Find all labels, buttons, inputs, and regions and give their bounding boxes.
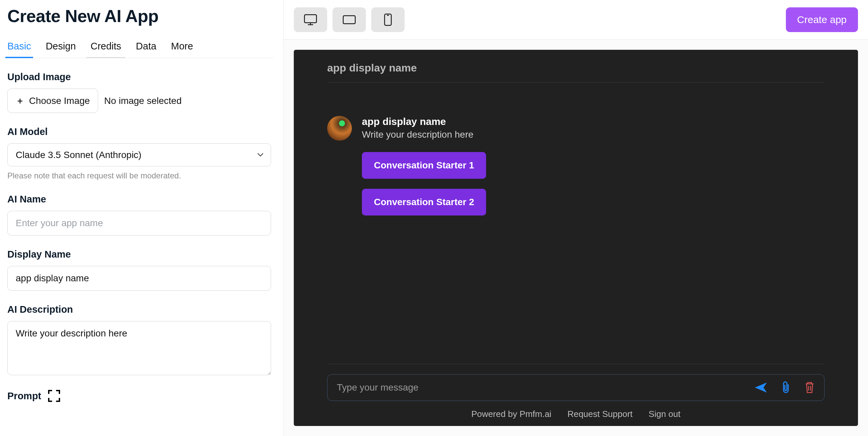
- display-name-section: Display Name: [7, 249, 273, 291]
- description-label: AI Description: [7, 304, 273, 315]
- mobile-icon: [383, 13, 392, 26]
- create-app-button[interactable]: Create app: [786, 7, 858, 32]
- preview-toolbar: Create app: [284, 0, 868, 40]
- trash-icon[interactable]: [804, 381, 815, 394]
- model-label: AI Model: [7, 126, 273, 137]
- display-name-label: Display Name: [7, 249, 273, 260]
- request-support-link[interactable]: Request Support: [567, 409, 633, 419]
- svg-rect-3: [343, 16, 355, 24]
- chat-input[interactable]: [337, 382, 754, 393]
- upload-label: Upload Image: [7, 71, 273, 83]
- model-section: AI Model Claude 3.5 Sonnet (Anthropic) P…: [7, 126, 273, 180]
- mobile-device-button[interactable]: [371, 7, 405, 32]
- model-select[interactable]: Claude 3.5 Sonnet (Anthropic): [7, 143, 271, 166]
- attachment-icon[interactable]: [781, 381, 791, 394]
- upload-section: Upload Image ＋ Choose Image No image sel…: [7, 71, 273, 113]
- ai-name-input[interactable]: [7, 211, 271, 236]
- app-preview: app display name app display name Write …: [294, 50, 858, 426]
- plus-icon: ＋: [16, 95, 24, 107]
- tab-more[interactable]: More: [171, 41, 193, 58]
- ai-name-label: AI Name: [7, 194, 273, 205]
- desktop-icon: [303, 13, 318, 26]
- expand-icon[interactable]: [48, 390, 60, 402]
- preview-panel: Create app app display name app display …: [284, 0, 868, 436]
- avatar: [327, 116, 352, 141]
- tablet-device-button[interactable]: [333, 7, 366, 32]
- preview-header-title: app display name: [327, 62, 825, 83]
- choose-image-button[interactable]: ＋ Choose Image: [7, 89, 98, 113]
- desktop-device-button[interactable]: [294, 7, 327, 32]
- powered-by-link[interactable]: Powered by Pmfm.ai: [471, 409, 552, 419]
- tablet-icon: [342, 14, 356, 25]
- tab-basic[interactable]: Basic: [7, 41, 31, 58]
- sign-out-link[interactable]: Sign out: [649, 409, 680, 419]
- prompt-section: Prompt: [7, 390, 273, 402]
- page-title: Create New AI App: [7, 6, 273, 26]
- tab-credits[interactable]: Credits: [90, 41, 121, 58]
- choose-image-label: Choose Image: [29, 95, 90, 106]
- divider: [327, 364, 825, 364]
- preview-app-desc: Write your description here: [362, 129, 486, 140]
- tab-data[interactable]: Data: [136, 41, 156, 58]
- model-help-text: Please note that each request will be mo…: [7, 171, 273, 180]
- config-panel: Create New AI App Basic Design Credits D…: [0, 0, 284, 436]
- description-section: AI Description: [7, 304, 273, 377]
- ai-name-section: AI Name: [7, 194, 273, 236]
- upload-status: No image selected: [104, 95, 182, 106]
- display-name-input[interactable]: [7, 266, 271, 291]
- preview-app-name: app display name: [362, 116, 486, 127]
- preview-footer: Powered by Pmfm.ai Request Support Sign …: [327, 401, 825, 419]
- tabs: Basic Design Credits Data More: [7, 41, 273, 58]
- conversation-starter-1[interactable]: Conversation Starter 1: [362, 152, 486, 179]
- description-input[interactable]: [7, 321, 271, 375]
- prompt-label: Prompt: [7, 390, 41, 402]
- tab-design[interactable]: Design: [46, 41, 76, 58]
- send-icon[interactable]: [754, 382, 768, 393]
- conversation-starter-2[interactable]: Conversation Starter 2: [362, 189, 486, 215]
- chat-input-row: [327, 374, 825, 401]
- svg-rect-0: [305, 15, 316, 23]
